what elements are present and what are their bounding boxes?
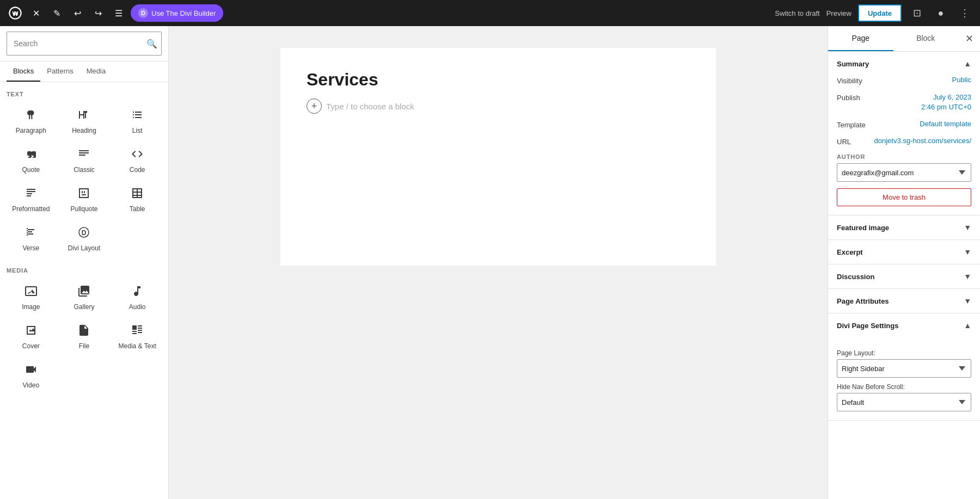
block-item-image[interactable]: Image bbox=[4, 278, 58, 317]
tab-page[interactable]: Page bbox=[828, 26, 893, 51]
list-label: List bbox=[132, 127, 143, 134]
page-attributes-title: Page Attributes bbox=[837, 297, 889, 305]
block-item-paragraph[interactable]: Paragraph bbox=[4, 102, 58, 141]
block-placeholder-text: Type / to choose a block bbox=[326, 102, 414, 111]
featured-image-header[interactable]: Featured image ▼ bbox=[828, 215, 980, 239]
author-section-label: AUTHOR bbox=[837, 153, 971, 160]
divi-layout-icon: D bbox=[77, 226, 90, 241]
block-item-divi-layout[interactable]: D Divi Layout bbox=[58, 219, 111, 258]
user-avatar-button[interactable]: ● bbox=[932, 4, 950, 22]
gallery-icon bbox=[77, 285, 90, 300]
tab-patterns[interactable]: Patterns bbox=[40, 61, 79, 82]
right-panel: Page Block ✕ Summary ▲ Visibility Public… bbox=[828, 26, 980, 499]
close-panel-button[interactable]: ✕ bbox=[958, 26, 980, 51]
preformatted-label: Preformatted bbox=[12, 205, 50, 213]
page-layout-select[interactable]: Right Sidebar Left Sidebar Full Width No… bbox=[837, 359, 971, 378]
move-to-trash-button[interactable]: Move to trash bbox=[837, 188, 971, 206]
block-item-media-text[interactable]: Media & Text bbox=[111, 317, 164, 356]
hide-nav-select[interactable]: Default Yes No bbox=[837, 393, 971, 411]
search-input[interactable] bbox=[7, 32, 162, 56]
update-button[interactable]: Update bbox=[858, 4, 902, 22]
page-attributes-header[interactable]: Page Attributes ▼ bbox=[828, 289, 980, 313]
main-layout: 🔍 Blocks Patterns Media TEXT Paragraph bbox=[0, 26, 980, 499]
template-row: Template Default template bbox=[837, 120, 971, 129]
summary-title: Summary bbox=[837, 60, 869, 68]
use-divi-builder-button[interactable]: D Use The Divi Builder bbox=[131, 4, 223, 22]
classic-icon bbox=[77, 147, 90, 163]
tab-block[interactable]: Block bbox=[893, 26, 959, 51]
visibility-label: Visibility bbox=[837, 76, 862, 85]
block-item-quote[interactable]: Quote bbox=[4, 141, 58, 180]
block-item-file[interactable]: File bbox=[58, 317, 111, 356]
excerpt-header[interactable]: Excerpt ▼ bbox=[828, 240, 980, 264]
search-area: 🔍 bbox=[0, 26, 168, 61]
block-item-heading[interactable]: Heading bbox=[58, 102, 111, 141]
block-item-gallery[interactable]: Gallery bbox=[58, 278, 111, 317]
video-icon bbox=[24, 363, 38, 378]
gallery-label: Gallery bbox=[74, 303, 94, 311]
block-item-table[interactable]: Table bbox=[111, 180, 164, 219]
list-view-button[interactable]: ☰ bbox=[110, 4, 127, 22]
page-attributes-section: Page Attributes ▼ bbox=[828, 289, 980, 313]
block-item-classic[interactable]: Classic bbox=[58, 141, 111, 180]
text-block-grid: Paragraph Heading List bbox=[0, 102, 168, 258]
summary-section: Summary ▲ Visibility Public Publish July… bbox=[828, 52, 980, 215]
publish-date: July 6, 2023 bbox=[933, 93, 971, 101]
block-item-verse[interactable]: Verse bbox=[4, 219, 58, 258]
divi-d-icon: D bbox=[138, 8, 148, 18]
preview-button[interactable]: Preview bbox=[826, 9, 852, 17]
undo-button[interactable]: ↩ bbox=[69, 4, 86, 22]
svg-text:W: W bbox=[12, 10, 18, 17]
right-panel-tabs: Page Block ✕ bbox=[828, 26, 980, 52]
media-text-label: Media & Text bbox=[119, 342, 156, 350]
pullquote-label: Pullquote bbox=[70, 205, 97, 213]
divi-settings-header[interactable]: Divi Page Settings ▲ bbox=[828, 313, 980, 337]
url-label: URL bbox=[837, 137, 851, 146]
author-select[interactable]: deezgrafix@gmail.com bbox=[837, 163, 971, 182]
edit-icon[interactable]: ✎ bbox=[48, 4, 65, 22]
publish-value[interactable]: July 6, 2023 2:46 pm UTC+0 bbox=[921, 93, 971, 112]
classic-label: Classic bbox=[74, 166, 95, 174]
redo-button[interactable]: ↪ bbox=[89, 4, 107, 22]
discussion-header[interactable]: Discussion ▼ bbox=[828, 264, 980, 288]
discussion-title: Discussion bbox=[837, 273, 874, 281]
search-icon[interactable]: 🔍 bbox=[146, 39, 157, 49]
summary-section-body: Visibility Public Publish July 6, 2023 2… bbox=[828, 76, 980, 215]
settings-menu-button[interactable]: ⋮ bbox=[956, 4, 973, 22]
code-icon bbox=[131, 147, 144, 163]
editor-wrapper: Services + Type / to choose a block bbox=[280, 48, 716, 266]
text-section-label: TEXT bbox=[0, 82, 168, 102]
switch-to-draft-button[interactable]: Switch to draft bbox=[775, 9, 819, 17]
url-value[interactable]: donjetv3.sg-host.com/services/ bbox=[874, 137, 971, 145]
close-button[interactable]: ✕ bbox=[27, 4, 45, 22]
block-placeholder-row: + Type / to choose a block bbox=[307, 98, 690, 114]
content-area: Services + Type / to choose a block bbox=[169, 26, 828, 499]
summary-section-header[interactable]: Summary ▲ bbox=[828, 52, 980, 76]
summary-chevron-icon: ▲ bbox=[964, 59, 971, 68]
publish-row: Publish July 6, 2023 2:46 pm UTC+0 bbox=[837, 93, 971, 112]
block-tabs: Blocks Patterns Media bbox=[0, 61, 168, 82]
add-block-button[interactable]: + bbox=[307, 98, 322, 114]
verse-icon bbox=[24, 226, 38, 241]
page-layout-label: Page Layout: bbox=[837, 349, 971, 357]
editor-toggle-button[interactable]: ⊡ bbox=[908, 4, 926, 22]
block-item-audio[interactable]: Audio bbox=[111, 278, 164, 317]
topbar-right: Switch to draft Preview Update ⊡ ● ⋮ bbox=[775, 4, 973, 22]
block-item-cover[interactable]: Cover bbox=[4, 317, 58, 356]
block-item-list[interactable]: List bbox=[111, 102, 164, 141]
block-item-video[interactable]: Video bbox=[4, 356, 58, 396]
block-item-pullquote[interactable]: Pullquote bbox=[58, 180, 111, 219]
audio-icon bbox=[131, 285, 144, 300]
image-label: Image bbox=[22, 303, 40, 311]
divi-button-label: Use The Divi Builder bbox=[151, 9, 216, 17]
block-item-preformatted[interactable]: Preformatted bbox=[4, 180, 58, 219]
page-attributes-chevron-icon: ▼ bbox=[964, 297, 971, 305]
visibility-value[interactable]: Public bbox=[952, 76, 971, 84]
tab-media[interactable]: Media bbox=[80, 61, 112, 82]
quote-label: Quote bbox=[22, 166, 40, 174]
block-item-code[interactable]: Code bbox=[111, 141, 164, 180]
tab-blocks[interactable]: Blocks bbox=[7, 61, 40, 82]
heading-label: Heading bbox=[72, 127, 96, 134]
template-value[interactable]: Default template bbox=[920, 120, 971, 128]
left-panel: 🔍 Blocks Patterns Media TEXT Paragraph bbox=[0, 26, 169, 499]
